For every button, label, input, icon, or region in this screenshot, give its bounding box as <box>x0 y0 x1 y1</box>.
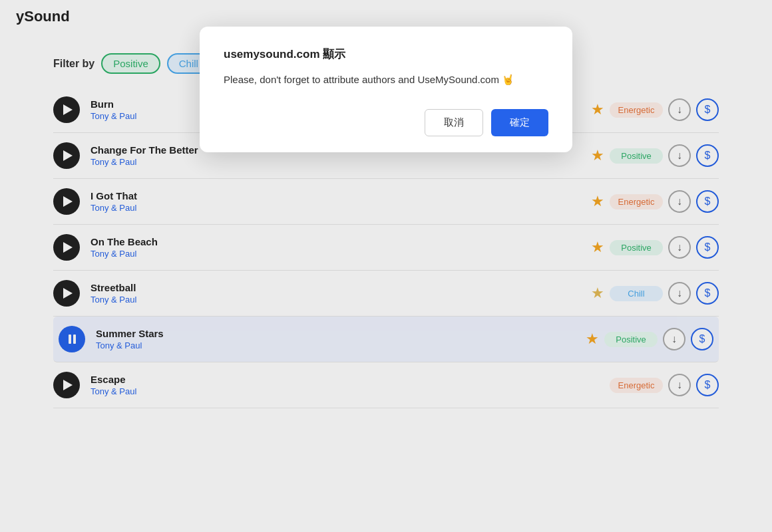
dialog-title: usemysound.com 顯示 <box>224 47 548 62</box>
dialog-overlay: usemysound.com 顯示 Please, don't forget t… <box>0 0 772 532</box>
dialog-buttons: 取消 確定 <box>224 109 548 136</box>
dialog-message: Please, don't forget to attribute author… <box>224 72 548 88</box>
cancel-button[interactable]: 取消 <box>425 109 483 136</box>
dialog-box: usemysound.com 顯示 Please, don't forget t… <box>200 27 572 152</box>
confirm-button[interactable]: 確定 <box>491 109 548 136</box>
